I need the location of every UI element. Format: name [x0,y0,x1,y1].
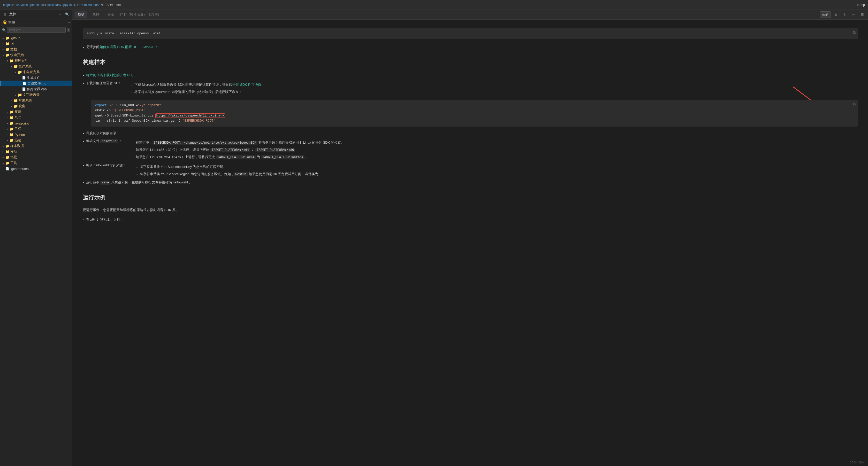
tree-item-javascript[interactable]: ▸📁javascript [0,121,72,126]
sdk-sub-bullets: 下载 Microsoft 认知服务语音 SDK 即表示您确认其许可证，请参阅语音… [123,81,265,96]
more-icon[interactable]: ☰ [859,12,866,18]
folder-icon: 📁 [5,155,9,159]
sidebar-scope: 👋 掌握 ▾ [0,19,72,26]
tree-arrow-programs: ▾ [5,59,9,62]
tree-item-github[interactable]: ▸📁.github [0,35,72,41]
tree-item-scene[interactable]: ▸📁场景 [0,155,72,160]
download-example-link[interactable]: 将示例代码下载到您的开发 PC。 [86,72,135,78]
tree-label-quickstart: 快速开始 [10,53,24,57]
tree-item-quickstart[interactable]: ▾📁快速开始 [0,52,72,58]
tree-item-sampledata[interactable]: ▸📁样本数据 [0,143,72,149]
file-icon: 📄 [5,167,9,170]
section2-intro: 要运行示例，您需要配置加载程序的库路径以指向语音 SDK 库。 [83,207,858,213]
sudo-copy-btn[interactable]: ⧉ [853,29,856,36]
tree-label-scene: 场景 [10,155,17,160]
tree-item-target[interactable]: ▸📁目标 [0,126,72,132]
tree-icon-ci: 📁 [5,42,9,46]
raw-button[interactable]: 生的 [820,11,831,18]
tree-label-ci: 词 [10,41,14,46]
tab-actions: 生的 ⧉ ⬇ ✏ ☰ [820,11,866,18]
tree-icon-sampledata: 📁 [5,144,9,148]
tree-icon-makefile: 📄 [22,76,26,79]
sidebar-collapse-btn[interactable]: ⊟ [2,11,8,17]
tree-item-window[interactable]: ▸📁视窗 [0,103,72,109]
folder-icon: 📁 [5,53,9,57]
sdk-path-bullet: 将字符串替换 /your/path 为您选择的目录（绝对路径）后运行以下命令： [131,89,265,96]
tree-item-xunsu[interactable]: ▸📁迅速 [0,137,72,143]
copy-icon[interactable]: ⧉ [832,12,840,18]
tree-arrow-pawt: ▸ [5,116,9,119]
breadcrumb-cpp[interactable]: cpp [62,3,67,7]
tab-preview[interactable]: 预览 [74,11,87,18]
tree-item-apple[interactable]: ▸📁苹果系统 [0,98,72,103]
folder-icon: 📁 [13,64,18,68]
tree-icon-quickstart: 📁 [5,53,9,57]
sdk-license-link[interactable]: 语音 SDK 许可协议 [232,82,261,87]
tree-arrow-ci: ▸ [1,42,5,45]
tree-label-readme: 自述文件.md [27,81,46,86]
tab-code[interactable]: 代码 [89,11,102,18]
breadcrumb-quickstart[interactable]: quickstart [46,3,60,7]
search-icon: 🔍 [2,28,6,32]
sidebar-header: ⊟ 文件 + 🔍 [0,10,72,19]
tree-icon-javascript: 📁 [9,121,13,125]
tree-icon-scene: 📁 [5,155,9,159]
ref-link[interactable]: 如何为语音 SDK 配置 RHEL/CentOS 7 [99,45,157,49]
main-copy-btn[interactable]: ⧉ [853,101,856,107]
bullet-download-link: 将示例代码下载到您的开发 PC。 [83,72,858,79]
tree-icon-github: 📁 [5,36,9,40]
download-icon[interactable]: ⬇ [841,12,848,18]
markdown-content: sudo yum install alsa-lib openssl wget ⧉… [72,20,868,466]
folder-icon: 📁 [13,98,18,103]
bullet-list-2: 导航到该示例的目录 编辑文件 Makefile ： 在该行中，SPEECHSDK… [83,130,858,187]
tree-item-tts[interactable]: ▸📁文字转语音 [0,92,72,98]
tree-item-microphone[interactable]: ▾📁来自麦克风 [0,69,72,75]
sidebar-add-btn[interactable]: + [57,11,63,17]
folder-icon: 📁 [5,161,9,165]
bullet-edit-helloworld: 编辑 helloworld.cpp 来源： 将字符串替换 YourSubscri… [83,162,858,179]
tab-blame[interactable]: 责备 [104,11,117,18]
search-input[interactable] [7,27,66,33]
tree-item-pawt[interactable]: ▸📁爪哇 [0,115,72,121]
tree-item-docs[interactable]: ▸📁文档 [0,46,72,52]
bullet-download-sdk: 下载并解压缩语音 SDK 下载 Microsoft 认知服务语音 SDK 即表示… [83,79,858,97]
tree-label-window: 视窗 [19,104,25,108]
folder-icon: 📁 [5,36,9,40]
edit-icon[interactable]: ✏ [850,12,857,18]
tree-item-xiap[interactable]: ▸📁夏普 [0,109,72,115]
ref-bullet: 另请参阅如何为语音 SDK 配置 RHEL/CentOS 7。 [83,43,858,51]
tree-icon-gitattributes: 📄 [5,167,9,170]
tree-item-ci[interactable]: ▸📁词 [0,41,72,46]
section2-bullets: 在 x64 计算机上，运行： [83,216,858,224]
tree-icon-pawt: 📁 [9,115,13,120]
helloworld-sub-2: 将字符串替换 YourServiceRegion 为您订阅的服务区域。例如，we… [136,171,321,178]
tree-icon-tools: 📁 [5,161,9,165]
tree-arrow-os: ▾ [9,65,13,68]
tree-item-gitattributes[interactable]: 📄.gitattributes [0,166,72,171]
tree-item-makefile[interactable]: 📄生成文件 [0,75,72,80]
sidebar-search-btn[interactable]: 🔍 [64,11,70,17]
breadcrumb-from-microphone[interactable]: from-microphone [77,3,100,7]
breadcrumb-repo[interactable]: cognitive-services-speech-sdk [3,3,45,7]
main-code-content: export SPEECHSDK_ROOT="/your/path" mkdir… [95,103,854,124]
tree-label-microphone: 来自麦克风 [23,70,39,74]
tree-item-sample[interactable]: ▸📁样品 [0,149,72,155]
tree-icon-target: 📁 [9,127,13,131]
top-button[interactable]: ⬆ Top [857,3,865,7]
tree-item-programs[interactable]: ▾📁程序文件 [0,58,72,64]
breadcrumb-linux[interactable]: linux [68,3,75,7]
sdk-license-bullet: 下载 Microsoft 认知服务语音 SDK 即表示您确认其许可证，请参阅语音… [131,81,265,89]
makefile-sub-1: 在该行中，SPEECHSDK_ROOT:=/change/to/point/to… [132,139,344,146]
search-shortcut: t [67,28,70,32]
tree-item-tools[interactable]: ▸📁工具 [0,160,72,166]
tree-label-docs: 文档 [10,47,17,52]
tree-icon-microphone: 📁 [18,70,22,74]
tab-bar: 预览 代码 责备 87 行（63 个位置）· 3.72 KB 生的 ⧉ ⬇ ✏ … [72,10,868,20]
tree-icon-sample: 📁 [5,149,9,154]
tree-item-helloworld[interactable]: 📄你好世界.cpp [0,86,72,92]
tree-item-os[interactable]: ▾📁操作系统 [0,64,72,69]
breadcrumb-filename: README.md [102,3,121,7]
tree-item-readme[interactable]: 📄自述文件.md [0,80,72,86]
tree-item-python[interactable]: ▸📁Python [0,132,72,137]
top-bar: cognitive-services-speech-sdk / quicksta… [0,0,868,10]
